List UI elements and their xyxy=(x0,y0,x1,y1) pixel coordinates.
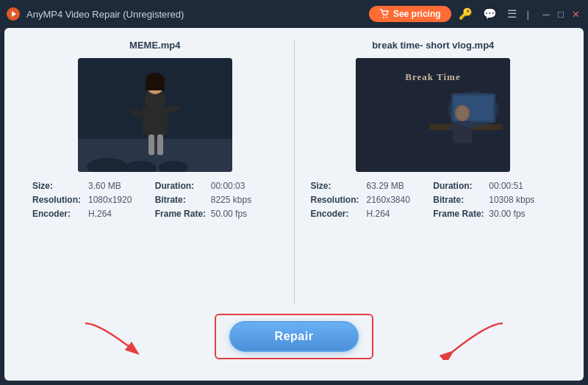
resolution-value: 2160x3840 xyxy=(367,195,410,205)
window-controls: ─ □ ✕ xyxy=(539,7,582,21)
info-col: Bitrate: 8225 kbps xyxy=(155,195,278,205)
encoder-label: Encoder: xyxy=(311,209,367,219)
left-info-table: Size: 3.60 MB Duration: 00:00:03 Resolut… xyxy=(32,181,278,223)
app-title: AnyMP4 Video Repair (Unregistered) xyxy=(26,9,369,20)
framerate-value: 50.00 fps xyxy=(211,209,247,219)
cart-icon xyxy=(379,9,390,19)
svg-point-3 xyxy=(386,17,387,18)
info-col: Duration: 00:00:51 xyxy=(433,181,556,191)
size-label: Size: xyxy=(311,181,367,191)
see-pricing-button[interactable]: See pricing xyxy=(369,6,451,22)
info-col: Resolution: 2160x3840 xyxy=(311,195,434,205)
info-col: Resolution: 1080x1920 xyxy=(32,195,155,205)
svg-rect-11 xyxy=(146,83,165,90)
info-col: Frame Rate: 30.00 fps xyxy=(433,209,556,219)
right-panel: break time- short vlog.mp4 xyxy=(298,40,570,304)
info-row: Encoder: H.264 Frame Rate: 30.00 fps xyxy=(311,209,556,219)
svg-rect-14 xyxy=(166,104,180,113)
duration-label: Duration: xyxy=(433,181,489,191)
person-silhouette-icon xyxy=(78,58,232,172)
info-col: Duration: 00:00:03 xyxy=(155,181,278,191)
info-col: Encoder: H.264 xyxy=(32,209,155,219)
svg-rect-15 xyxy=(148,134,154,155)
bottom-area: Repair xyxy=(19,307,569,366)
size-value: 63.29 MB xyxy=(367,181,404,191)
resolution-label: Resolution: xyxy=(32,195,88,205)
size-value: 3.60 MB xyxy=(88,181,121,191)
resolution-value: 1080x1920 xyxy=(88,195,132,205)
left-panel: MEME.mp4 xyxy=(19,40,291,304)
info-col: Frame Rate: 50.00 fps xyxy=(155,209,278,219)
repair-button[interactable]: Repair xyxy=(229,321,359,352)
encoder-value: H.264 xyxy=(88,209,112,219)
info-row: Size: 3.60 MB Duration: 00:00:03 xyxy=(32,181,278,191)
framerate-label: Frame Rate: xyxy=(155,209,211,219)
duration-value: 00:00:03 xyxy=(211,181,245,191)
svg-rect-13 xyxy=(129,108,143,118)
framerate-value: 30.00 fps xyxy=(489,209,525,219)
chat-icon[interactable]: 💬 xyxy=(480,6,500,22)
right-info-table: Size: 63.29 MB Duration: 00:00:51 Resolu… xyxy=(311,181,556,223)
info-row: Resolution: 1080x1920 Bitrate: 8225 kbps xyxy=(32,195,278,205)
panel-divider xyxy=(294,40,295,304)
framerate-label: Frame Rate: xyxy=(433,209,489,219)
app-logo-icon xyxy=(6,7,21,21)
right-arrow-icon xyxy=(422,316,510,360)
titlebar: AnyMP4 Video Repair (Unregistered) See p… xyxy=(0,0,588,28)
left-arrow-icon xyxy=(78,316,166,360)
bitrate-value: 8225 kbps xyxy=(211,195,251,205)
vlog-scene-icon: Break Time xyxy=(356,58,510,172)
resolution-label: Resolution: xyxy=(311,195,367,205)
info-col: Bitrate: 10308 kbps xyxy=(433,195,556,205)
repair-button-container: Repair xyxy=(229,321,359,352)
key-icon[interactable]: 🔑 xyxy=(456,6,476,22)
bitrate-value: 10308 kbps xyxy=(489,195,534,205)
info-col: Size: 3.60 MB xyxy=(32,181,155,191)
left-video-thumbnail xyxy=(78,58,232,172)
encoder-value: H.264 xyxy=(367,209,390,219)
info-row: Encoder: H.264 Frame Rate: 50.00 fps xyxy=(32,209,278,219)
right-panel-title: break time- short vlog.mp4 xyxy=(372,40,494,51)
titlebar-actions: See pricing 🔑 💬 ☰ | ─ □ ✕ xyxy=(369,6,582,22)
encoder-label: Encoder: xyxy=(32,209,88,219)
panels-row: MEME.mp4 xyxy=(19,40,569,304)
svg-rect-24 xyxy=(448,126,462,131)
size-label: Size: xyxy=(32,181,88,191)
right-video-thumbnail: Break Time xyxy=(356,58,510,172)
menu-icon[interactable]: ☰ xyxy=(504,6,520,22)
minimize-button[interactable]: ─ xyxy=(539,7,553,21)
info-col: Size: 63.29 MB xyxy=(311,181,434,191)
left-panel-title: MEME.mp4 xyxy=(129,40,180,51)
info-col: Encoder: H.264 xyxy=(311,209,434,219)
bitrate-label: Bitrate: xyxy=(155,195,211,205)
svg-text:Break Time: Break Time xyxy=(406,71,461,82)
duration-value: 00:00:51 xyxy=(489,181,523,191)
duration-label: Duration: xyxy=(155,181,211,191)
svg-rect-16 xyxy=(157,134,163,155)
close-button[interactable]: ✕ xyxy=(569,7,582,21)
svg-rect-12 xyxy=(143,107,168,134)
info-row: Size: 63.29 MB Duration: 00:00:51 xyxy=(311,181,556,191)
bitrate-label: Bitrate: xyxy=(433,195,489,205)
svg-point-26 xyxy=(448,91,499,128)
main-content: MEME.mp4 xyxy=(4,28,584,381)
maximize-button[interactable]: □ xyxy=(554,7,567,21)
info-row: Resolution: 2160x3840 Bitrate: 10308 kbp… xyxy=(311,195,556,205)
svg-point-2 xyxy=(383,17,384,18)
